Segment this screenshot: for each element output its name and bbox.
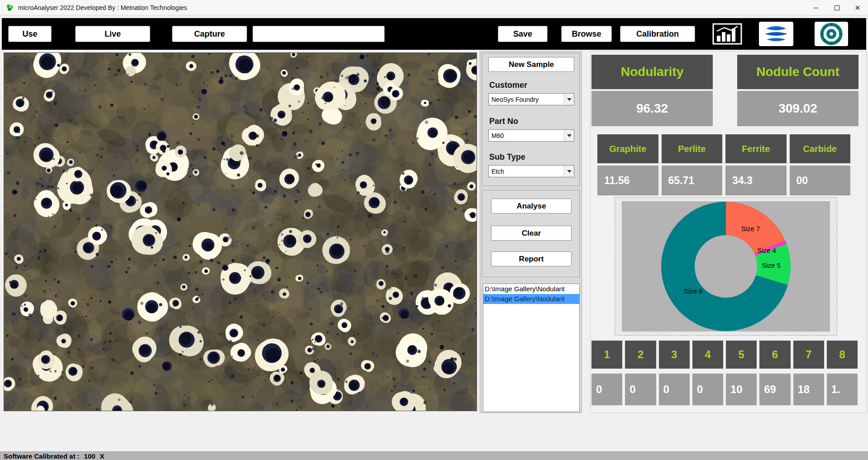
slice-label: Size 6: [684, 287, 703, 294]
phase-header-cell: Graphite: [597, 134, 658, 163]
size-value-cell: 18: [793, 374, 824, 405]
phase-value-cell: 34.3: [725, 166, 787, 195]
window-controls: – ✕: [806, 0, 868, 15]
size-value-cell: 1.: [827, 374, 858, 405]
save-button[interactable]: Save: [498, 26, 548, 42]
lens-stack-icon-button[interactable]: [759, 22, 793, 46]
size-header-row: 12345678: [591, 341, 858, 369]
phase-header-row: GraphitePerliteFerriteCarbide: [597, 134, 850, 163]
size-header-cell: 3: [659, 341, 690, 369]
phase-header-cell: Ferrite: [725, 134, 787, 163]
chevron-down-icon: [564, 130, 574, 141]
phase-header-cell: Carbide: [790, 134, 851, 163]
phase-value-cell: 00: [790, 166, 851, 195]
part-no-label: Part No: [489, 117, 518, 126]
status-value: 100: [84, 452, 95, 460]
micrograph-image: [4, 52, 477, 411]
phase-value-row: 11.5665.7134.300: [597, 166, 850, 195]
use-button[interactable]: Use: [8, 26, 52, 42]
report-button[interactable]: Report: [491, 251, 572, 266]
app-window: microAnalyser 2022 Developed By : Metnat…: [0, 0, 868, 460]
customer-label: Customer: [489, 81, 527, 90]
file-list-item[interactable]: D:\Image Gallery\Nodularit: [483, 294, 579, 304]
size-value-cell: 0: [659, 374, 690, 405]
customer-dropdown[interactable]: NeoSys Foundry: [488, 93, 574, 105]
aperture-icon-button[interactable]: [815, 22, 848, 46]
clear-button[interactable]: Clear: [491, 226, 572, 241]
histogram-icon: [712, 23, 742, 45]
status-unit: X: [100, 452, 105, 460]
maximize-button[interactable]: [826, 0, 847, 15]
size-header-cell: 1: [591, 341, 622, 369]
part-no-dropdown-value: M60: [489, 132, 564, 139]
file-list-item[interactable]: D:\Image Gallery\Nodularit: [483, 284, 579, 294]
calibration-button[interactable]: Calibration: [620, 26, 695, 42]
status-bar: Software Calibrated at : 100 X: [0, 451, 868, 460]
slice-label: Size 5: [762, 261, 781, 269]
phase-header-cell: Perlite: [662, 134, 723, 163]
size-distribution-chart-panel: Size 7Size 4Size 5Size 6: [615, 197, 837, 336]
chevron-down-icon: [564, 94, 574, 105]
chart-background: Size 7Size 4Size 5Size 6: [622, 201, 830, 332]
file-list: D:\Image Gallery\NodularitD:\Image Galle…: [483, 284, 580, 412]
nodule-count-header: Nodule Count: [737, 55, 858, 89]
nodularity-header: Nodularity: [591, 55, 713, 89]
aperture-icon: [820, 23, 843, 45]
sample-panel: New Sample Customer NeoSys Foundry Part …: [480, 51, 582, 413]
size-header-cell: 4: [692, 341, 723, 369]
size-header-cell: 2: [625, 341, 656, 369]
donut-chart: Size 7Size 4Size 5Size 6: [661, 201, 791, 332]
sub-type-dropdown-value: Etch: [489, 168, 564, 175]
browse-button[interactable]: Browse: [561, 26, 612, 42]
close-button[interactable]: ✕: [847, 0, 868, 15]
size-header-cell: 8: [827, 341, 858, 369]
slice-label: Size 4: [757, 246, 776, 254]
capture-button[interactable]: Capture: [172, 26, 247, 42]
customer-dropdown-value: NeoSys Foundry: [489, 96, 564, 103]
lens-stack-icon: [763, 24, 790, 44]
size-value-cell: 0: [625, 374, 656, 405]
status-label: Software Calibrated at :: [4, 452, 80, 460]
minimize-button[interactable]: –: [806, 0, 826, 15]
size-value-cell: 0: [692, 374, 723, 405]
toolbar: Use Live Capture Save Browse Calibration: [2, 18, 866, 50]
size-value-row: 00001069181.: [591, 374, 858, 405]
sub-type-dropdown[interactable]: Etch: [488, 165, 574, 177]
chevron-down-icon: [564, 166, 574, 177]
size-value-cell: 10: [726, 374, 757, 405]
live-button[interactable]: Live: [75, 26, 150, 42]
app-icon: [5, 3, 14, 12]
part-no-dropdown[interactable]: M60: [488, 129, 574, 142]
maximize-icon: [835, 5, 839, 10]
size-value-cell: 69: [759, 374, 790, 405]
size-value-cell: 0: [591, 374, 622, 405]
sub-type-label: Sub Type: [489, 152, 525, 162]
histogram-icon-button[interactable]: [711, 22, 744, 46]
window-title: microAnalyser 2022 Developed By : Metnat…: [18, 4, 187, 11]
phase-value-cell: 11.56: [597, 166, 658, 195]
phase-value-cell: 65.71: [662, 166, 723, 195]
analyse-button[interactable]: Analyse: [491, 199, 572, 213]
size-header-cell: 7: [793, 341, 824, 369]
nodularity-value: 96.32: [591, 91, 713, 126]
slice-label: Size 7: [741, 225, 760, 232]
size-header-cell: 5: [726, 341, 757, 369]
filename-input[interactable]: [253, 26, 385, 42]
new-sample-button[interactable]: New Sample: [488, 57, 574, 72]
title-bar: microAnalyser 2022 Developed By : Metnat…: [0, 0, 868, 15]
nodule-count-value: 309.02: [737, 91, 858, 126]
results-panel: Nodularity 96.32 Nodule Count 309.02 Gra…: [590, 51, 867, 413]
size-header-cell: 6: [759, 341, 790, 369]
